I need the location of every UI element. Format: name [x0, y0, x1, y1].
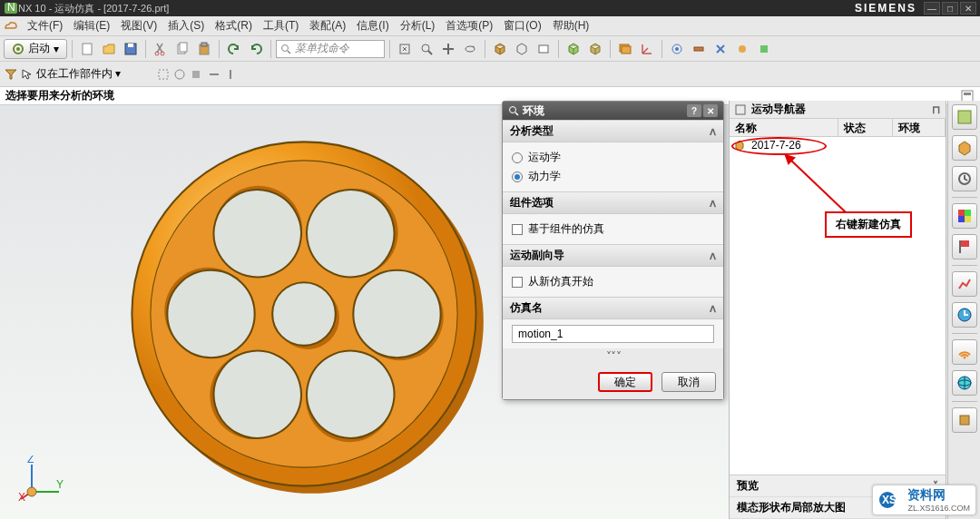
cancel-button[interactable]: 取消 [662, 372, 716, 392]
command-search[interactable]: 菜单找命令 [276, 40, 385, 58]
menu-assemblies[interactable]: 装配(A) [304, 18, 351, 34]
scope-combo[interactable]: 仅在工作部件内 ▾ [36, 66, 154, 82]
minimize-button[interactable]: — [924, 2, 940, 15]
tool1-icon[interactable] [667, 39, 687, 59]
panel-icon [735, 104, 746, 115]
annotation-box: 右键新建仿真 [825, 211, 912, 238]
pan-icon[interactable] [438, 39, 458, 59]
svg-text:Z: Z [27, 455, 34, 465]
tool3-icon[interactable] [710, 39, 730, 59]
rail-flag-icon[interactable] [952, 234, 977, 260]
motion-navigator-panel: 运动导航器 ⊓ 名称 状态 环境 2017-7-26 右键新建仿真 预览˅ 模态… [729, 101, 946, 519]
pin-icon[interactable]: ⊓ [932, 103, 940, 116]
environment-dialog: 环境 ? ✕ 分析类型 ʌ 运动学 动力学 组件选项 ʌ 基于组件的仿真 运动副… [502, 101, 724, 400]
menu-bar: 文件(F) 编辑(E) 视图(V) 插入(S) 格式(R) 工具(T) 装配(A… [0, 16, 980, 36]
fit-icon[interactable] [395, 39, 415, 59]
highlight-oval [731, 137, 827, 155]
check-new-sim[interactable]: 从新仿真开始 [512, 272, 714, 291]
section-analysis-type[interactable]: 分析类型 ʌ [503, 120, 723, 142]
section-component[interactable]: 组件选项 ʌ [503, 191, 723, 214]
menu-view[interactable]: 视图(V) [115, 18, 162, 34]
box-icon[interactable] [564, 39, 583, 59]
filter-icon[interactable] [4, 67, 18, 82]
dialog-titlebar[interactable]: 环境 ? ✕ [503, 102, 723, 120]
cube2-icon[interactable] [512, 39, 532, 59]
footer-mode-label: 模态形状布局部放大图 [737, 500, 846, 515]
tool5-icon[interactable] [754, 39, 774, 59]
layer-icon[interactable] [615, 39, 635, 59]
svg-rect-63 [965, 210, 971, 216]
annotation-arrow [782, 153, 855, 217]
sel-icon[interactable] [20, 67, 34, 82]
rotate-icon[interactable] [460, 39, 480, 59]
menu-info[interactable]: 信息(I) [351, 18, 394, 34]
radio-dynamics-label: 动力学 [528, 169, 561, 184]
menu-analysis[interactable]: 分析(L) [395, 18, 441, 34]
section-wizard-label: 运动副向导 [510, 248, 564, 263]
sel5-icon[interactable] [207, 67, 221, 82]
svg-point-28 [175, 70, 184, 79]
sel2-icon[interactable] [156, 67, 171, 82]
radio-kinematics[interactable]: 运动学 [512, 148, 714, 167]
check-component-based[interactable]: 基于组件的仿真 [512, 220, 714, 239]
rail-tool-icon[interactable] [952, 407, 977, 433]
cut-icon[interactable] [151, 39, 171, 59]
more-chevron-icon[interactable]: ˅ ˅ ˅ [503, 348, 723, 365]
rail-clock-icon[interactable] [952, 302, 977, 328]
copy-icon[interactable] [172, 39, 192, 59]
check-new-sim-label: 从新仿真开始 [528, 274, 593, 289]
tool4-icon[interactable] [732, 39, 752, 59]
svg-rect-73 [960, 416, 969, 425]
dialog-close-button[interactable]: ✕ [703, 104, 718, 117]
save-icon[interactable] [121, 39, 141, 59]
zoom-icon[interactable] [416, 39, 436, 59]
menu-file[interactable]: 文件(F) [22, 18, 68, 34]
cube-icon[interactable] [490, 39, 510, 59]
sel6-icon[interactable] [223, 67, 238, 82]
svg-point-55 [27, 487, 36, 496]
menu-help[interactable]: 帮助(H) [547, 18, 595, 34]
menu-insert[interactable]: 插入(S) [162, 18, 210, 34]
dialog-help-button[interactable]: ? [687, 104, 701, 117]
col-env[interactable]: 环境 [893, 119, 946, 136]
toolbar-selection: 仅在工作部件内 ▾ [0, 62, 980, 87]
section-wizard[interactable]: 运动副向导 ʌ [503, 244, 723, 267]
tool2-icon[interactable] [689, 39, 709, 59]
toolbar-main: 启动 ▾ 菜单找命令 [0, 36, 980, 62]
sel4-icon[interactable] [189, 67, 203, 82]
rail-globe-icon[interactable] [952, 370, 977, 396]
rail-graph-icon[interactable] [952, 271, 977, 297]
wcs-icon[interactable] [637, 39, 657, 59]
svg-line-14 [288, 51, 290, 54]
paste-icon[interactable] [194, 39, 214, 59]
start-button[interactable]: 启动 ▾ [4, 39, 67, 59]
ok-button[interactable]: 确定 [598, 372, 652, 392]
menu-tools[interactable]: 工具(T) [258, 18, 304, 34]
svg-text:XS: XS [882, 494, 897, 506]
col-state[interactable]: 状态 [838, 119, 893, 136]
menu-edit[interactable]: 编辑(E) [68, 18, 115, 34]
col-name[interactable]: 名称 [730, 119, 838, 136]
undo-icon[interactable] [224, 39, 244, 59]
redo-icon[interactable] [246, 39, 266, 59]
sel3-icon[interactable] [172, 67, 187, 82]
section-simname[interactable]: 仿真名 ʌ [503, 297, 723, 319]
rail-wifi-icon[interactable] [952, 339, 977, 365]
close-button[interactable]: ✕ [960, 2, 976, 15]
simname-input[interactable]: motion_1 [512, 325, 714, 343]
radio-dynamics[interactable]: 动力学 [512, 167, 714, 186]
rail-history-icon[interactable] [952, 166, 977, 191]
open-icon[interactable] [99, 39, 119, 59]
rail-nav-icon[interactable] [952, 104, 977, 130]
box2-icon[interactable] [585, 39, 605, 59]
menu-window[interactable]: 窗口(O) [498, 18, 546, 34]
rail-part-icon[interactable] [952, 135, 977, 161]
navigator-tree[interactable]: 2017-7-26 右键新建仿真 [730, 137, 946, 475]
maximize-button[interactable]: □ [942, 2, 958, 15]
rect-icon[interactable] [534, 39, 554, 59]
svg-text:Y: Y [56, 478, 64, 491]
menu-preferences[interactable]: 首选项(P) [440, 18, 498, 34]
new-icon[interactable] [77, 39, 97, 59]
menu-format[interactable]: 格式(R) [210, 18, 258, 34]
rail-color-icon[interactable] [952, 203, 977, 229]
